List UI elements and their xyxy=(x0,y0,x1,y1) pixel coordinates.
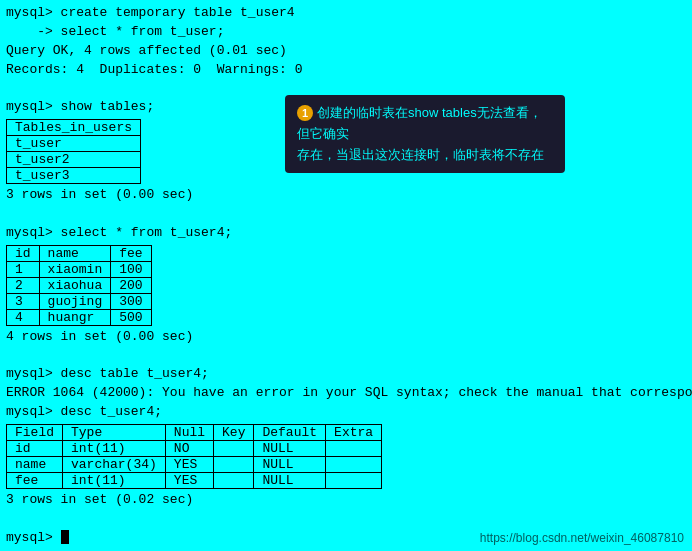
cmd1d-text: Records: 4 Duplicates: 0 Warnings: 0 xyxy=(6,62,302,77)
cmd1d-line: Records: 4 Duplicates: 0 Warnings: 0 xyxy=(6,61,686,80)
blank4 xyxy=(6,510,686,529)
cmd1b-line: -> select * from t_user; xyxy=(6,23,686,42)
desc-row-id: id int(11) NO NULL xyxy=(7,440,382,456)
tables-table: Tables_in_users t_user t_user2 t_user3 xyxy=(6,119,141,184)
select-cell: xiaomin xyxy=(39,261,111,277)
select-col-name: name xyxy=(39,245,111,261)
select-row-2: 2 xiaohua 200 xyxy=(7,277,152,293)
cursor xyxy=(61,530,69,544)
desc-cell xyxy=(326,440,382,456)
cmd1-line: mysql> create temporary table t_user4 xyxy=(6,4,686,23)
select-row-3: 3 guojing 300 xyxy=(7,293,152,309)
select-header-row: id name fee xyxy=(7,245,152,261)
select-cell: 2 xyxy=(7,277,40,293)
cmd2-text: mysql> show tables; xyxy=(6,99,154,114)
desc-cell xyxy=(214,440,254,456)
error-line: ERROR 1064 (42000): You have an error in… xyxy=(6,384,686,403)
select-col-fee: fee xyxy=(111,245,151,261)
tables-header-cell: Tables_in_users xyxy=(7,120,141,136)
select-cell: 300 xyxy=(111,293,151,309)
desc-row-fee: fee int(11) YES NULL xyxy=(7,472,382,488)
desc-cell: int(11) xyxy=(63,472,166,488)
table-cell: t_user3 xyxy=(7,168,141,184)
desc-count: 3 rows in set (0.02 sec) xyxy=(6,491,686,510)
cmd5-line: mysql> desc t_user4; xyxy=(6,403,686,422)
desc-cell: int(11) xyxy=(63,440,166,456)
desc-cell xyxy=(214,456,254,472)
select-cell: 200 xyxy=(111,277,151,293)
select-cell: 100 xyxy=(111,261,151,277)
desc-cell: fee xyxy=(7,472,63,488)
blank3 xyxy=(6,346,686,365)
desc-col-extra: Extra xyxy=(326,424,382,440)
table-row: t_user xyxy=(7,136,141,152)
desc-col-key: Key xyxy=(214,424,254,440)
select-col-id: id xyxy=(7,245,40,261)
desc-col-default: Default xyxy=(254,424,326,440)
desc-cell: id xyxy=(7,440,63,456)
select-table: id name fee 1 xiaomin 100 2 xiaohua 200 … xyxy=(6,245,152,326)
desc-cell: NULL xyxy=(254,456,326,472)
desc-col-null: Null xyxy=(165,424,213,440)
cmd1c-line: Query OK, 4 rows affected (0.01 sec) xyxy=(6,42,686,61)
select-cell: 4 xyxy=(7,309,40,325)
table-cell: t_user xyxy=(7,136,141,152)
desc-cell: name xyxy=(7,456,63,472)
select-cell: 500 xyxy=(111,309,151,325)
select-cell: 1 xyxy=(7,261,40,277)
tooltip-box: 1创建的临时表在show tables无法查看，但它确实存在，当退出这次连接时，… xyxy=(285,95,565,173)
tooltip-text: 创建的临时表在show tables无法查看，但它确实存在，当退出这次连接时，临… xyxy=(297,105,544,162)
desc-cell: YES xyxy=(165,472,213,488)
desc-header-row: Field Type Null Key Default Extra xyxy=(7,424,382,440)
desc-cell xyxy=(326,456,382,472)
desc-cell: YES xyxy=(165,456,213,472)
cmd3-line: mysql> select * from t_user4; xyxy=(6,224,686,243)
select-row-1: 1 xiaomin 100 xyxy=(7,261,152,277)
desc-cell: NULL xyxy=(254,440,326,456)
select-cell: 3 xyxy=(7,293,40,309)
desc-cell: NO xyxy=(165,440,213,456)
tooltip-number: 1 xyxy=(297,105,313,121)
cmd1-text: mysql> create temporary table t_user4 xyxy=(6,5,295,20)
desc-cell: varchar(34) xyxy=(63,456,166,472)
select-cell: guojing xyxy=(39,293,111,309)
cmd1b-text: -> select * from t_user; xyxy=(6,24,224,39)
desc-cell: NULL xyxy=(254,472,326,488)
desc-cell xyxy=(326,472,382,488)
select-count: 4 rows in set (0.00 sec) xyxy=(6,328,686,347)
table-row: t_user3 xyxy=(7,168,141,184)
desc-col-field: Field xyxy=(7,424,63,440)
watermark: https://blog.csdn.net/weixin_46087810 xyxy=(480,531,684,545)
select-cell: xiaohua xyxy=(39,277,111,293)
cmd1c-text: Query OK, 4 rows affected (0.01 sec) xyxy=(6,43,287,58)
select-cell: huangr xyxy=(39,309,111,325)
terminal: mysql> create temporary table t_user4 ->… xyxy=(0,0,692,551)
desc-col-type: Type xyxy=(63,424,166,440)
desc-row-name: name varchar(34) YES NULL xyxy=(7,456,382,472)
cmd3-text: mysql> select * from t_user4; xyxy=(6,225,232,240)
tables-header-row: Tables_in_users xyxy=(7,120,141,136)
tables-count: 3 rows in set (0.00 sec) xyxy=(6,186,686,205)
table-row: t_user2 xyxy=(7,152,141,168)
desc-cell xyxy=(214,472,254,488)
select-row-4: 4 huangr 500 xyxy=(7,309,152,325)
blank2 xyxy=(6,205,686,224)
cmd4-line: mysql> desc table t_user4; xyxy=(6,365,686,384)
table-cell: t_user2 xyxy=(7,152,141,168)
desc-table: Field Type Null Key Default Extra id int… xyxy=(6,424,382,489)
